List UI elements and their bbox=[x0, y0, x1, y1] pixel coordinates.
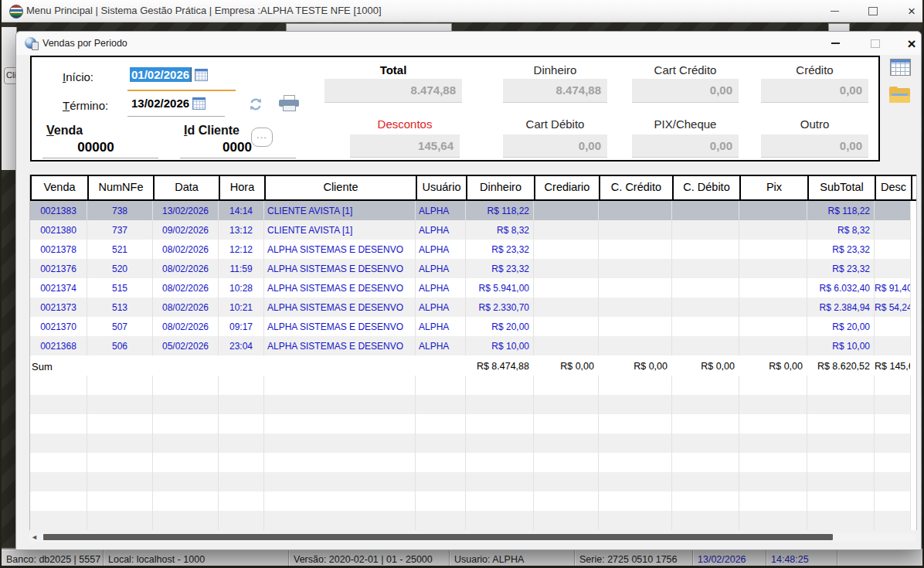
cell bbox=[466, 511, 534, 530]
cell: ALPHA bbox=[416, 201, 466, 220]
cell bbox=[30, 472, 87, 491]
print-button[interactable] bbox=[279, 95, 299, 111]
refresh-button[interactable] bbox=[248, 97, 263, 115]
status-segment-empty bbox=[837, 550, 922, 566]
inicio-date-field[interactable]: 01/02/2026 bbox=[130, 67, 208, 82]
cell: R$ 8,32 bbox=[807, 220, 875, 240]
cell: 0021373 bbox=[30, 298, 87, 317]
scroll-left-arrow-icon[interactable]: ◄ bbox=[31, 533, 38, 541]
credito-value: 0,00 bbox=[761, 79, 868, 103]
spreadsheet-icon bbox=[890, 59, 911, 76]
maximize-icon bbox=[871, 39, 880, 48]
dialog-minimize-button[interactable] bbox=[820, 33, 851, 53]
cell bbox=[534, 376, 599, 395]
dialog-maximize-button[interactable] bbox=[860, 33, 891, 53]
column-header[interactable]: Desc bbox=[876, 176, 912, 199]
cell bbox=[599, 201, 672, 220]
cell bbox=[534, 317, 599, 336]
pix-cheque-value: 0,00 bbox=[632, 134, 739, 158]
cell bbox=[807, 434, 875, 453]
cell: ALPHA bbox=[416, 336, 466, 355]
calendar-icon[interactable] bbox=[192, 97, 206, 110]
main-titlebar[interactable]: Menu Principal | Sistema Gestão Prática … bbox=[2, 0, 922, 22]
cell: CLIENTE AVISTA [1] bbox=[264, 201, 416, 220]
cell bbox=[534, 220, 599, 240]
column-header[interactable]: Pix bbox=[741, 176, 809, 199]
cell-strip bbox=[911, 434, 916, 453]
cell: ALPHA SISTEMAS E DESENVO bbox=[264, 298, 416, 317]
main-maximize-button[interactable] bbox=[855, 0, 891, 22]
column-header[interactable]: C. Crédito bbox=[600, 176, 674, 199]
cell: 513 bbox=[87, 298, 153, 317]
cell bbox=[219, 491, 264, 511]
cell bbox=[807, 472, 875, 491]
cliente-lookup-button[interactable]: ... bbox=[251, 128, 273, 147]
table-row[interactable]: 002136850605/02/202623:04ALPHA SISTEMAS … bbox=[30, 336, 916, 355]
calendar-icon[interactable] bbox=[195, 69, 208, 81]
cell bbox=[739, 511, 807, 530]
cell: 0021383 bbox=[30, 201, 87, 220]
cell bbox=[87, 395, 153, 414]
termino-date-field[interactable]: 13/02/2026 bbox=[131, 97, 206, 110]
table-row[interactable]: 002137050708/02/202609:17ALPHA SISTEMAS … bbox=[30, 317, 916, 336]
table-row[interactable]: 002137451508/02/202610:28ALPHA SISTEMAS … bbox=[30, 278, 916, 298]
cell bbox=[416, 395, 466, 414]
cell: 10:28 bbox=[219, 278, 264, 298]
cell bbox=[416, 434, 466, 453]
cell bbox=[466, 472, 534, 491]
cell-strip bbox=[911, 472, 916, 491]
cell: R$ 0,00 bbox=[672, 355, 739, 375]
inicio-date-value[interactable]: 01/02/2026 bbox=[130, 67, 192, 82]
export-spreadsheet-button[interactable] bbox=[890, 59, 911, 76]
cell bbox=[875, 376, 911, 395]
column-header[interactable]: SubTotal bbox=[809, 176, 876, 199]
open-folder-button[interactable] bbox=[889, 87, 910, 103]
column-header[interactable]: Data bbox=[155, 176, 220, 199]
termino-date-value[interactable]: 13/02/2026 bbox=[131, 97, 189, 110]
column-header[interactable]: Hora bbox=[220, 176, 266, 199]
venda-label: Venda bbox=[46, 124, 83, 138]
id-cliente-input[interactable]: 0000 bbox=[183, 140, 291, 155]
venda-input[interactable]: 00000 bbox=[46, 140, 146, 155]
cell bbox=[466, 395, 534, 414]
cell: 506 bbox=[87, 336, 153, 355]
cell bbox=[599, 317, 672, 336]
cell: R$ 20,00 bbox=[466, 317, 534, 336]
cell bbox=[466, 434, 534, 453]
scrollbar-thumb[interactable] bbox=[43, 534, 833, 540]
dialog-titlebar[interactable]: Vendas por Periodo × bbox=[16, 32, 921, 55]
column-header[interactable]: NumNFe bbox=[89, 176, 155, 199]
column-header[interactable]: C. Débito bbox=[674, 176, 741, 199]
column-header[interactable]: Venda bbox=[32, 176, 89, 199]
cell bbox=[264, 376, 416, 395]
cell bbox=[875, 511, 911, 530]
cell bbox=[807, 511, 875, 530]
descontos-value: 145,64 bbox=[350, 134, 460, 158]
table-hscrollbar[interactable]: ◄ bbox=[29, 533, 916, 542]
cart-debito-value: 0,00 bbox=[503, 134, 607, 158]
column-header[interactable]: Usuário bbox=[417, 176, 467, 199]
cell bbox=[416, 472, 466, 491]
cell bbox=[739, 259, 807, 278]
table-row[interactable]: 002138373813/02/202614:14CLIENTE AVISTA … bbox=[30, 201, 916, 220]
column-header[interactable]: Crediario bbox=[535, 176, 600, 199]
cell: 08/02/2026 bbox=[153, 317, 219, 336]
column-header[interactable]: Dinheiro bbox=[467, 176, 535, 199]
table-row[interactable]: 002137351308/02/202610:21ALPHA SISTEMAS … bbox=[30, 298, 916, 317]
table-row[interactable]: 002137852108/02/202612:12ALPHA SISTEMAS … bbox=[30, 240, 916, 259]
main-close-button[interactable]: × bbox=[894, 0, 924, 22]
cell: Sum bbox=[30, 355, 87, 375]
table-row[interactable]: 002138073709/02/202613:12CLIENTE AVISTA … bbox=[30, 220, 916, 240]
cell: ALPHA SISTEMAS E DESENVO bbox=[264, 240, 416, 259]
cell bbox=[599, 278, 672, 298]
table-row[interactable]: 002137652008/02/202611:59ALPHA SISTEMAS … bbox=[30, 259, 916, 278]
cell-strip bbox=[911, 453, 916, 472]
cell: ALPHA SISTEMAS E DESENVO bbox=[264, 336, 416, 355]
main-minimize-button[interactable] bbox=[817, 0, 852, 22]
empty-row bbox=[30, 472, 916, 491]
dialog-close-button[interactable]: × bbox=[896, 33, 924, 53]
column-header[interactable]: Cliente bbox=[266, 176, 417, 199]
empty-row bbox=[30, 395, 916, 414]
cell bbox=[153, 414, 219, 434]
cell bbox=[466, 414, 534, 434]
